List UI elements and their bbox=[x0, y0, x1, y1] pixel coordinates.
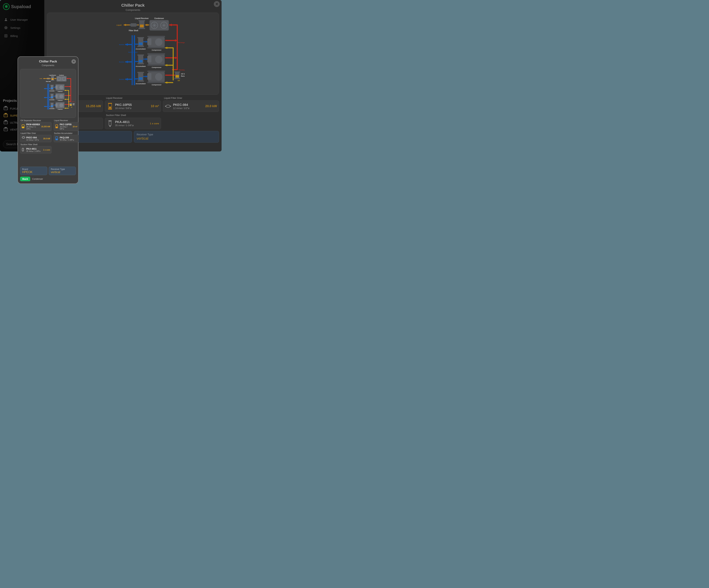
svg-rect-30 bbox=[138, 28, 145, 29]
svg-marker-144 bbox=[44, 97, 45, 98]
filter-shell-icon bbox=[21, 147, 25, 152]
svg-rect-104 bbox=[108, 103, 112, 104]
modal-header: Chiller Pack Components ✕ bbox=[44, 0, 221, 12]
oil-separator-icon bbox=[21, 124, 25, 129]
svg-rect-103 bbox=[109, 107, 111, 108]
nav-item-user-manager[interactable]: User Manager bbox=[3, 16, 41, 24]
close-icon[interactable]: ✕ bbox=[72, 59, 76, 64]
svg-point-186 bbox=[22, 136, 25, 138]
svg-text:Accumulator: Accumulator bbox=[50, 108, 55, 109]
svg-rect-155 bbox=[55, 84, 64, 85]
info-receiver-type[interactable]: Receiver Type vertical bbox=[49, 167, 76, 175]
svg-rect-148 bbox=[50, 85, 54, 85]
svg-marker-38 bbox=[145, 24, 147, 26]
close-icon[interactable]: ✕ bbox=[214, 1, 220, 7]
card-liquid-filter-drier[interactable]: PKEC-08412 mm⌀ / 1/2"⌀ 20.0 kW bbox=[20, 135, 52, 142]
svg-rect-178 bbox=[55, 103, 57, 107]
svg-marker-137 bbox=[64, 108, 65, 109]
svg-rect-29 bbox=[138, 20, 145, 21]
filter-shell-icon bbox=[107, 119, 113, 127]
svg-text:Compressor: Compressor bbox=[152, 67, 162, 68]
svg-rect-88 bbox=[137, 72, 144, 73]
svg-rect-63 bbox=[139, 43, 142, 45]
accumulator-icon bbox=[55, 136, 59, 141]
svg-marker-57 bbox=[125, 78, 128, 80]
svg-text:Compressor: Compressor bbox=[58, 91, 62, 92]
card-metric: 15.255 kW bbox=[86, 104, 101, 108]
compact-subtitle: Components bbox=[20, 64, 76, 67]
filter-drier-icon bbox=[21, 136, 25, 141]
card-suction-accumulator[interactable]: PKQ-20935 mm⌀ / 1-3/8"⌀ bbox=[54, 135, 79, 142]
svg-rect-105 bbox=[108, 109, 112, 109]
svg-rect-83 bbox=[147, 53, 165, 55]
svg-rect-123 bbox=[51, 80, 54, 81]
card-liquid-receiver[interactable]: PKC-10P5516 mm⌀ / 5/8"⌀ 10 m³ bbox=[54, 122, 79, 131]
svg-marker-45 bbox=[165, 47, 167, 49]
svg-rect-51 bbox=[174, 72, 180, 72]
svg-text:Discharge Header: Discharge Header bbox=[178, 42, 185, 44]
filter-drier-icon bbox=[165, 102, 171, 110]
svg-rect-107 bbox=[165, 106, 166, 107]
svg-rect-189 bbox=[22, 148, 24, 151]
svg-rect-76 bbox=[137, 54, 144, 56]
card-label: Liquid Filter Drier bbox=[163, 97, 219, 99]
svg-rect-161 bbox=[50, 98, 54, 99]
card-suction-filter-shell[interactable]: PKA-4811 35 mm⌀ / 1-3/8"⌀ 1 x core bbox=[105, 118, 161, 129]
svg-rect-65 bbox=[137, 46, 144, 47]
svg-text:Suction: Suction bbox=[119, 61, 125, 63]
svg-marker-145 bbox=[44, 106, 45, 107]
info-brand[interactable]: Brand HPEOK bbox=[20, 167, 47, 175]
svg-point-153 bbox=[59, 85, 63, 90]
svg-marker-136 bbox=[64, 99, 65, 100]
card-label: Suction Filter Shell bbox=[20, 143, 52, 146]
card-label: Oil Separator Receiver bbox=[20, 119, 52, 122]
card-title: PKA-4811 bbox=[115, 120, 148, 124]
svg-text:Filter Shell: Filter Shell bbox=[46, 81, 51, 82]
svg-point-0 bbox=[5, 18, 7, 20]
info-value: vertical bbox=[137, 136, 216, 140]
card-oil-separator[interactable]: PKW-4009BX28 mm⌀ / 1-1/8"⌀ 15.255 kW bbox=[20, 122, 52, 131]
svg-text:Accumulator: Accumulator bbox=[135, 48, 146, 50]
card-sub: 35 mm⌀ / 1-3/8"⌀ bbox=[115, 124, 148, 127]
back-button[interactable]: Back bbox=[20, 177, 30, 181]
svg-rect-147 bbox=[51, 87, 53, 89]
svg-text:Accumulator: Accumulator bbox=[135, 83, 146, 85]
nav-item-settings[interactable]: Settings bbox=[3, 24, 41, 32]
svg-line-8 bbox=[7, 28, 7, 29]
svg-rect-89 bbox=[137, 80, 144, 82]
svg-rect-96 bbox=[147, 82, 165, 83]
card-liquid-receiver[interactable]: PKC-10P55 16 mm⌀ / 5/8"⌀ 10 m³ bbox=[105, 101, 161, 112]
svg-rect-180 bbox=[55, 108, 64, 108]
svg-marker-56 bbox=[125, 60, 128, 63]
breadcrumb: Condenser bbox=[32, 178, 43, 180]
compact-footer: Back Condenser bbox=[20, 177, 76, 181]
svg-rect-183 bbox=[22, 127, 24, 128]
compact-panel: Chiller Pack Components ✕ Condenser Liqu… bbox=[18, 56, 78, 184]
svg-text:Liquid: Liquid bbox=[40, 78, 42, 79]
svg-rect-71 bbox=[147, 36, 165, 37]
card-label: Liquid Receiver bbox=[54, 119, 79, 122]
svg-point-177 bbox=[59, 103, 63, 107]
svg-text:Suction: Suction bbox=[119, 78, 125, 80]
info-receiver-type[interactable]: Receiver Type vertical bbox=[134, 131, 219, 143]
svg-rect-84 bbox=[147, 64, 165, 66]
svg-rect-82 bbox=[147, 56, 151, 62]
svg-marker-36 bbox=[124, 24, 126, 26]
person-icon bbox=[4, 17, 8, 22]
svg-line-7 bbox=[5, 27, 5, 27]
svg-rect-32 bbox=[131, 23, 136, 27]
svg-rect-121 bbox=[52, 78, 54, 80]
svg-text:Suction Header: Suction Header bbox=[128, 52, 138, 53]
card-metric: 10 m³ bbox=[151, 104, 159, 108]
svg-marker-143 bbox=[44, 88, 45, 89]
brand-logo: ✱ Supaload bbox=[3, 3, 41, 10]
svg-rect-70 bbox=[147, 39, 151, 45]
nav-item-billing[interactable]: Billing bbox=[3, 32, 41, 40]
svg-text:Accumulator: Accumulator bbox=[50, 91, 55, 92]
liquid-receiver-icon bbox=[107, 102, 113, 110]
card-liquid-filter-drier[interactable]: PKEC-084 12 mm⌀ / 1/2"⌀ 20.0 kW bbox=[163, 101, 219, 112]
card-suction-filter-shell[interactable]: PKA-481135 mm⌀ / 1-3/8"⌀ 1 x core bbox=[20, 146, 52, 154]
svg-rect-50 bbox=[176, 75, 179, 78]
svg-text:Oil: Oil bbox=[71, 107, 72, 108]
svg-rect-28 bbox=[140, 25, 143, 27]
